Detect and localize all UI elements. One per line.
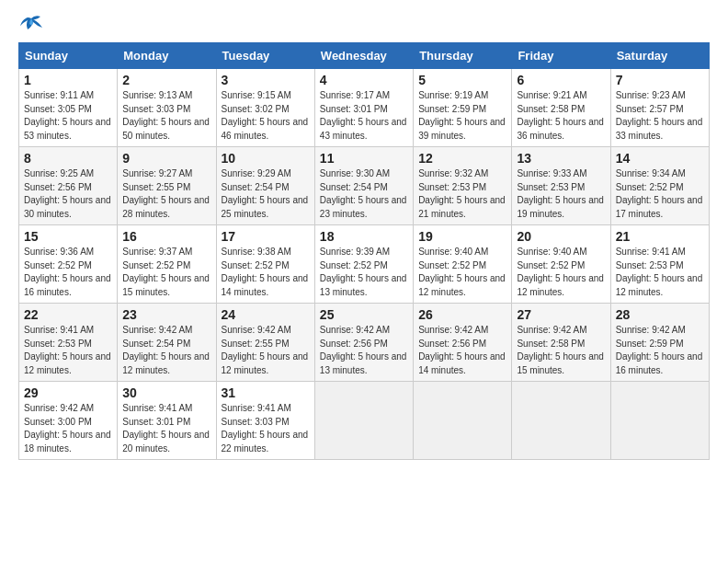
table-row: 26Sunrise: 9:42 AMSunset: 2:56 PMDayligh… <box>414 304 512 382</box>
day-info: Sunrise: 9:42 AMSunset: 2:58 PMDaylight:… <box>517 324 605 377</box>
calendar-week-row: 15Sunrise: 9:36 AMSunset: 2:52 PMDayligh… <box>19 225 710 304</box>
header-saturday: Saturday <box>610 43 709 69</box>
day-number: 1 <box>24 73 112 87</box>
header-wednesday: Wednesday <box>314 43 413 69</box>
logo <box>18 15 48 35</box>
day-info: Sunrise: 9:33 AMSunset: 2:53 PMDaylight:… <box>517 167 605 221</box>
day-number: 31 <box>222 385 310 400</box>
day-info: Sunrise: 9:42 AMSunset: 2:56 PMDaylight:… <box>418 324 506 377</box>
table-row: 11Sunrise: 9:30 AMSunset: 2:54 PMDayligh… <box>314 147 413 225</box>
table-row: 25Sunrise: 9:42 AMSunset: 2:56 PMDayligh… <box>314 304 413 382</box>
day-number: 16 <box>122 229 210 244</box>
table-row: 13Sunrise: 9:33 AMSunset: 2:53 PMDayligh… <box>512 147 610 225</box>
table-row: 19Sunrise: 9:40 AMSunset: 2:52 PMDayligh… <box>414 225 512 304</box>
table-row: 17Sunrise: 9:38 AMSunset: 2:52 PMDayligh… <box>216 225 314 304</box>
day-info: Sunrise: 9:36 AMSunset: 2:52 PMDaylight:… <box>24 246 112 299</box>
table-row <box>414 382 512 460</box>
day-number: 8 <box>24 151 112 166</box>
day-info: Sunrise: 9:30 AMSunset: 2:54 PMDaylight:… <box>320 167 408 221</box>
day-info: Sunrise: 9:23 AMSunset: 2:57 PMDaylight:… <box>616 89 704 143</box>
logo-bird-icon <box>18 15 44 35</box>
table-row: 6Sunrise: 9:21 AMSunset: 2:58 PMDaylight… <box>512 69 610 147</box>
day-info: Sunrise: 9:41 AMSunset: 3:01 PMDaylight:… <box>122 402 210 455</box>
calendar-week-row: 22Sunrise: 9:41 AMSunset: 2:53 PMDayligh… <box>19 304 710 382</box>
table-row: 14Sunrise: 9:34 AMSunset: 2:52 PMDayligh… <box>610 147 709 225</box>
day-number: 28 <box>616 307 704 322</box>
day-info: Sunrise: 9:41 AMSunset: 3:03 PMDaylight:… <box>222 402 310 455</box>
day-info: Sunrise: 9:29 AMSunset: 2:54 PMDaylight:… <box>222 167 310 221</box>
table-row: 1Sunrise: 9:11 AMSunset: 3:05 PMDaylight… <box>19 69 118 147</box>
table-row: 27Sunrise: 9:42 AMSunset: 2:58 PMDayligh… <box>512 304 610 382</box>
day-info: Sunrise: 9:40 AMSunset: 2:52 PMDaylight:… <box>517 246 605 299</box>
table-row: 16Sunrise: 9:37 AMSunset: 2:52 PMDayligh… <box>118 225 216 304</box>
day-number: 20 <box>517 229 605 244</box>
day-info: Sunrise: 9:11 AMSunset: 3:05 PMDaylight:… <box>24 89 112 143</box>
day-number: 11 <box>320 151 408 166</box>
calendar-table: Sunday Monday Tuesday Wednesday Thursday… <box>18 42 710 460</box>
day-number: 23 <box>122 307 210 322</box>
day-info: Sunrise: 9:15 AMSunset: 3:02 PMDaylight:… <box>222 89 310 143</box>
table-row: 15Sunrise: 9:36 AMSunset: 2:52 PMDayligh… <box>19 225 118 304</box>
table-row: 9Sunrise: 9:27 AMSunset: 2:55 PMDaylight… <box>118 147 216 225</box>
day-info: Sunrise: 9:39 AMSunset: 2:52 PMDaylight:… <box>320 246 408 299</box>
table-row: 4Sunrise: 9:17 AMSunset: 3:01 PMDaylight… <box>314 69 413 147</box>
weekday-header-row: Sunday Monday Tuesday Wednesday Thursday… <box>19 43 710 69</box>
day-number: 27 <box>517 307 605 322</box>
day-info: Sunrise: 9:38 AMSunset: 2:52 PMDaylight:… <box>222 246 310 299</box>
header-monday: Monday <box>118 43 216 69</box>
day-info: Sunrise: 9:25 AMSunset: 2:56 PMDaylight:… <box>24 167 112 221</box>
header-sunday: Sunday <box>19 43 118 69</box>
day-number: 18 <box>320 229 408 244</box>
table-row: 2Sunrise: 9:13 AMSunset: 3:03 PMDaylight… <box>118 69 216 147</box>
day-number: 29 <box>24 385 112 400</box>
table-row <box>314 382 413 460</box>
header-thursday: Thursday <box>414 43 512 69</box>
table-row <box>512 382 610 460</box>
day-number: 9 <box>122 151 210 166</box>
day-info: Sunrise: 9:34 AMSunset: 2:52 PMDaylight:… <box>616 167 704 221</box>
table-row: 20Sunrise: 9:40 AMSunset: 2:52 PMDayligh… <box>512 225 610 304</box>
day-number: 22 <box>24 307 112 322</box>
day-info: Sunrise: 9:21 AMSunset: 2:58 PMDaylight:… <box>517 89 605 143</box>
day-number: 19 <box>418 229 506 244</box>
day-number: 25 <box>320 307 408 322</box>
day-number: 24 <box>222 307 310 322</box>
day-number: 12 <box>418 151 506 166</box>
day-number: 14 <box>616 151 704 166</box>
day-info: Sunrise: 9:40 AMSunset: 2:52 PMDaylight:… <box>418 246 506 299</box>
day-number: 17 <box>222 229 310 244</box>
day-info: Sunrise: 9:42 AMSunset: 2:56 PMDaylight:… <box>320 324 408 377</box>
table-row: 23Sunrise: 9:42 AMSunset: 2:54 PMDayligh… <box>118 304 216 382</box>
day-info: Sunrise: 9:32 AMSunset: 2:53 PMDaylight:… <box>418 167 506 221</box>
table-row: 30Sunrise: 9:41 AMSunset: 3:01 PMDayligh… <box>118 382 216 460</box>
day-number: 3 <box>222 73 310 87</box>
day-number: 6 <box>517 73 605 87</box>
header-friday: Friday <box>512 43 610 69</box>
day-number: 2 <box>122 73 210 87</box>
table-row: 5Sunrise: 9:19 AMSunset: 2:59 PMDaylight… <box>414 69 512 147</box>
day-info: Sunrise: 9:13 AMSunset: 3:03 PMDaylight:… <box>122 89 210 143</box>
day-info: Sunrise: 9:41 AMSunset: 2:53 PMDaylight:… <box>616 246 704 299</box>
table-row <box>610 382 709 460</box>
table-row: 7Sunrise: 9:23 AMSunset: 2:57 PMDaylight… <box>610 69 709 147</box>
day-number: 13 <box>517 151 605 166</box>
header-tuesday: Tuesday <box>216 43 314 69</box>
day-number: 10 <box>222 151 310 166</box>
calendar-week-row: 8Sunrise: 9:25 AMSunset: 2:56 PMDaylight… <box>19 147 710 225</box>
day-info: Sunrise: 9:42 AMSunset: 2:59 PMDaylight:… <box>616 324 704 377</box>
table-row: 28Sunrise: 9:42 AMSunset: 2:59 PMDayligh… <box>610 304 709 382</box>
day-number: 30 <box>122 385 210 400</box>
calendar-week-row: 1Sunrise: 9:11 AMSunset: 3:05 PMDaylight… <box>19 69 710 147</box>
day-info: Sunrise: 9:41 AMSunset: 2:53 PMDaylight:… <box>24 324 112 377</box>
day-number: 7 <box>616 73 704 87</box>
day-info: Sunrise: 9:17 AMSunset: 3:01 PMDaylight:… <box>320 89 408 143</box>
table-row: 29Sunrise: 9:42 AMSunset: 3:00 PMDayligh… <box>19 382 118 460</box>
day-number: 4 <box>320 73 408 87</box>
day-info: Sunrise: 9:27 AMSunset: 2:55 PMDaylight:… <box>122 167 210 221</box>
day-number: 26 <box>418 307 506 322</box>
day-number: 5 <box>418 73 506 87</box>
table-row: 24Sunrise: 9:42 AMSunset: 2:55 PMDayligh… <box>216 304 314 382</box>
table-row: 18Sunrise: 9:39 AMSunset: 2:52 PMDayligh… <box>314 225 413 304</box>
day-number: 15 <box>24 229 112 244</box>
table-row: 3Sunrise: 9:15 AMSunset: 3:02 PMDaylight… <box>216 69 314 147</box>
